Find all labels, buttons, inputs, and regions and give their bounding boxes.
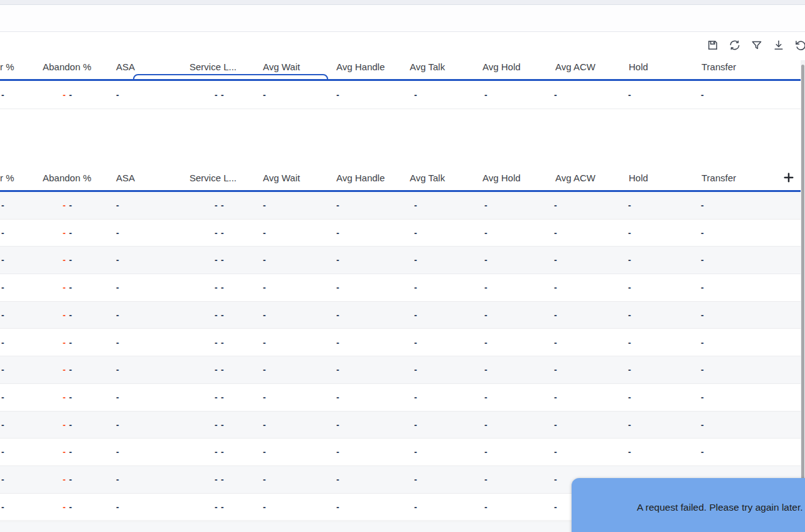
cell-value: - — [215, 81, 218, 109]
cell-value: - — [701, 220, 704, 247]
column-header-avg-acw[interactable]: Avg ACW — [555, 173, 595, 183]
column-header-r[interactable]: r % — [0, 173, 14, 183]
column-header-r[interactable]: r % — [0, 61, 14, 72]
cell-value: - — [554, 247, 557, 274]
cell-value: - — [628, 412, 631, 439]
column-header-avg-acw[interactable]: Avg ACW — [555, 61, 595, 72]
cell-value: - — [484, 494, 488, 521]
cell-value: - — [215, 466, 218, 493]
cell-value: - — [215, 274, 218, 301]
cell-value: - — [69, 220, 72, 247]
cell-value: - — [1, 439, 4, 466]
cell-value: - — [1, 302, 4, 329]
cell-value: - — [116, 81, 119, 109]
cell-value: - — [414, 356, 417, 383]
cell-value: - — [414, 220, 417, 247]
toast-message: A request failed. Please try again later… — [637, 502, 803, 513]
cell-value: - — [263, 329, 266, 356]
cell-value: - — [628, 247, 631, 274]
cell-value: - — [263, 192, 266, 219]
cell-value: - — [116, 274, 119, 301]
column-header-avg-hold[interactable]: Avg Hold — [482, 173, 521, 183]
table-row[interactable]: ------------- — [0, 302, 801, 329]
column-header-service-l[interactable]: Service L... — [189, 173, 237, 183]
column-header-transfer[interactable]: Transfer — [701, 61, 736, 72]
table-row[interactable]: ------------- — [0, 81, 801, 109]
cell-value: - — [69, 192, 72, 219]
cell-value: - — [414, 466, 417, 493]
date-range-nav: January 1, 2023 - December 29, 2023 — [0, 36, 805, 58]
save-icon[interactable] — [706, 39, 719, 51]
cell-value: - — [1, 192, 4, 219]
cell-value: - — [263, 247, 266, 274]
cell-value: - — [215, 192, 218, 219]
cell-value: - — [215, 302, 218, 329]
column-header-abandon[interactable]: Abandon % — [43, 173, 92, 183]
column-header-abandon[interactable]: Abandon % — [43, 61, 92, 72]
cell-value: - — [263, 356, 266, 383]
cell-value: - — [215, 220, 218, 247]
cell-value: - — [336, 439, 339, 466]
column-header-avg-talk[interactable]: Avg Talk — [410, 173, 445, 183]
column-header-asa[interactable]: ASA — [116, 173, 135, 183]
cell-value: - — [414, 274, 417, 301]
column-header-avg-handle[interactable]: Avg Handle — [336, 173, 385, 183]
error-toast[interactable]: A request failed. Please try again later… — [572, 478, 805, 532]
cell-value: - — [554, 329, 557, 356]
cell-value: - — [215, 356, 218, 383]
column-header-avg-wait[interactable]: Avg Wait — [263, 173, 300, 183]
cell-value: - — [701, 329, 704, 356]
column-header-hold[interactable]: Hold — [629, 173, 648, 183]
cell-alert-value: - — [63, 494, 66, 521]
column-header-avg-wait[interactable]: Avg Wait — [263, 61, 300, 72]
cell-value: - — [263, 466, 266, 493]
refresh-icon[interactable] — [728, 39, 741, 51]
column-header-service-l[interactable]: Service L... — [189, 61, 237, 72]
cell-value: - — [69, 247, 72, 274]
cell-value: - — [336, 329, 339, 356]
cell-value: - — [701, 274, 704, 301]
cell-value: - — [221, 329, 224, 356]
cell-value: - — [336, 494, 339, 521]
cell-value: - — [628, 274, 631, 301]
cell-value: - — [554, 274, 557, 301]
download-icon[interactable] — [772, 39, 785, 51]
reset-icon[interactable] — [794, 39, 805, 51]
cell-alert-value: - — [63, 274, 66, 301]
cell-value: - — [484, 247, 488, 274]
table-row[interactable]: ------------- — [0, 220, 801, 247]
table-row[interactable]: ------------- — [0, 274, 801, 302]
table-row[interactable]: ------------- — [0, 439, 801, 466]
table-row[interactable]: ------------- — [0, 247, 801, 274]
column-header-avg-handle[interactable]: Avg Handle — [336, 61, 385, 72]
cell-value: - — [414, 81, 417, 109]
cell-value: - — [215, 329, 218, 356]
cell-alert-value: - — [63, 356, 66, 383]
table-row[interactable]: ------------- — [0, 412, 801, 439]
cell-value: - — [701, 302, 704, 329]
table-row[interactable]: ------------- — [0, 329, 801, 357]
add-column-icon[interactable] — [782, 171, 795, 184]
table-row[interactable]: ------------- — [0, 192, 801, 220]
table-row[interactable]: ------------- — [0, 356, 801, 384]
cell-value: - — [484, 274, 488, 301]
column-header-avg-hold[interactable]: Avg Hold — [482, 61, 521, 72]
cell-value: - — [701, 384, 704, 411]
cell-value: - — [263, 439, 266, 466]
cell-value: - — [554, 192, 557, 219]
cell-value: - — [215, 412, 218, 439]
column-header-transfer[interactable]: Transfer — [701, 173, 736, 183]
column-header-asa[interactable]: ASA — [116, 61, 135, 72]
cell-value: - — [554, 81, 557, 109]
column-header-hold[interactable]: Hold — [629, 61, 648, 72]
cell-value: - — [414, 192, 417, 219]
cell-value: - — [1, 274, 4, 301]
scrollbar-thumb[interactable] — [801, 65, 804, 486]
filter-icon[interactable] — [750, 39, 763, 51]
cell-value: - — [701, 356, 704, 383]
table-row[interactable]: ------------- — [0, 384, 801, 412]
column-header-avg-talk[interactable]: Avg Talk — [410, 61, 445, 72]
cell-value: - — [484, 329, 488, 356]
cell-value: - — [628, 192, 631, 219]
cell-value: - — [336, 247, 339, 274]
